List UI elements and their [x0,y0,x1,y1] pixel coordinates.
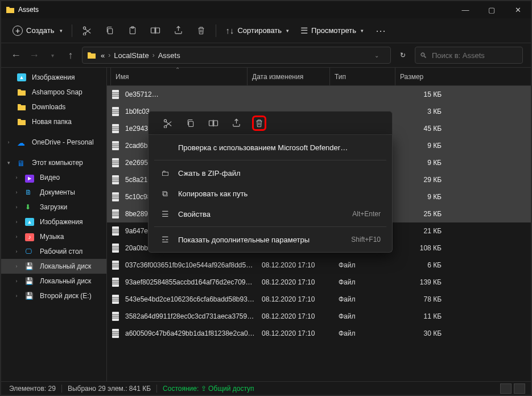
context-menu: Проверка с использованием Microsoft Defe… [148,111,393,253]
more-button[interactable]: ⋯ [369,21,392,40]
file-row[interactable]: 0e35712…15 КБ [107,86,531,103]
properties-icon: ☰ [160,209,170,218]
file-icon [110,328,121,339]
forward-button[interactable]: → [27,47,41,64]
sidebar-item[interactable]: ▾🖥Этот компьютер [1,155,106,170]
svg-rect-10 [209,121,213,126]
sidebar-item[interactable]: Новая папка [1,114,106,129]
back-button[interactable]: ← [9,47,23,64]
maximize-button[interactable]: ▢ [479,1,505,18]
chevron-down-icon: ▾ [286,28,289,34]
status-bar: Элементов: 29 Выбрано 29 элем.: 841 КБ С… [1,381,531,395]
ctx-compress-zip[interactable]: 🗀 Сжать в ZIP-файл [149,163,392,183]
file-row[interactable]: a600509c47b6a429bb1da1f81238e2ca08b…08.1… [107,325,531,342]
ctx-delete-button[interactable] [248,114,270,132]
ctx-cut-button[interactable] [156,114,179,132]
search-icon: 🔍︎ [420,51,427,60]
chevron-down-icon: ▾ [361,28,364,34]
svg-rect-9 [189,121,193,126]
chevron-down-icon[interactable]: ⌄ [374,52,379,59]
sort-label: Сортировать [237,26,282,35]
up-button[interactable]: ↑ [64,47,77,64]
status-item-count: Элементов: 29 [7,385,62,393]
share-button[interactable] [167,21,189,40]
file-row[interactable]: 3582a64d9911f28ec0c3cd731aeca3759e4a…08.… [107,308,531,325]
file-icon [110,106,121,117]
status-selected: Выбрано 29 элем.: 841 КБ [65,385,157,393]
ctx-properties[interactable]: ☰ Свойства Alt+Enter [149,204,392,224]
file-row[interactable]: 93aef802584855accbd164af76d2ec709425…08.… [107,274,531,291]
column-type[interactable]: Тип [329,68,395,85]
sidebar-item[interactable]: Downloads [1,100,106,114]
refresh-button[interactable]: ↻ [395,47,410,64]
svg-point-8 [164,125,166,127]
zip-icon: 🗀 [160,168,170,178]
status-state: Состояние: ⇪ Общий доступ [160,385,254,393]
file-icon [110,89,121,100]
svg-rect-2 [108,28,113,34]
search-box[interactable]: 🔍︎ Поиск в: Assets [415,47,523,64]
tiles-view-button[interactable] [514,383,525,394]
svg-point-0 [83,27,85,29]
folder-icon [6,6,15,14]
file-icon [110,123,121,134]
copy-button[interactable] [98,21,121,40]
address-bar[interactable]: « › LocalState › Assets ⌄ [82,47,391,64]
sidebar-item[interactable]: ▲Изображения [1,70,106,85]
file-icon [110,225,121,237]
details-view-button[interactable] [500,383,512,394]
file-icon [110,174,121,185]
svg-point-7 [164,119,166,122]
cut-button[interactable] [76,21,98,40]
sidebar-item[interactable]: ›⬇Загрузки [1,200,106,214]
sidebar-item[interactable]: ›💾Второй диск (Е:) [1,288,106,303]
ctx-copy-button[interactable] [179,114,202,132]
paste-button[interactable] [121,21,144,40]
sort-indicator-icon: ⌃ [175,67,180,73]
file-icon [110,157,121,168]
context-mini-toolbar [148,111,393,135]
toolbar: + Создать ▾ ↑↓ Сортировать ▾ ☰ Просмотре… [1,18,531,43]
sidebar-item[interactable]: ›▶Видео [1,170,106,185]
file-icon [110,277,121,288]
folder-icon [87,51,96,59]
file-icon [110,311,121,322]
svg-rect-5 [151,28,155,33]
chevron-right-icon: › [108,51,110,59]
sidebar-item[interactable]: ›🖵Рабочий стол [1,244,106,259]
svg-rect-11 [214,121,218,126]
sidebar-item[interactable]: ›☁OneDrive - Personal [1,135,106,150]
ctx-share-button[interactable] [225,114,248,132]
delete-button[interactable] [189,21,212,40]
svg-point-1 [83,33,85,35]
sort-icon: ↑↓ [225,26,234,35]
window-title: Assets [18,6,39,14]
rename-button[interactable] [144,21,167,40]
column-size[interactable]: Размер [395,68,446,85]
file-row[interactable]: 543e5e4bd2ce106236c6cfa6badd58b93c9…08.1… [107,291,531,308]
ctx-show-more[interactable]: ☲ Показать дополнительные параметры Shif… [149,229,392,250]
sidebar-item[interactable]: ›💾Локальный диск [1,274,106,288]
breadcrumb-part[interactable]: Assets [158,51,180,60]
sidebar-item[interactable]: ›🗎Документы [1,185,106,200]
breadcrumb-part[interactable]: LocalState [114,51,149,60]
new-button[interactable]: + Создать ▾ [7,22,68,39]
sidebar-item[interactable]: ›♪Музыка [1,229,106,244]
ctx-copy-path[interactable]: ⧉ Копировать как путь [149,183,392,204]
svg-rect-6 [156,28,160,33]
column-date[interactable]: Дата изменения [247,68,329,85]
ctx-rename-button[interactable] [202,114,225,132]
new-label: Создать [26,26,54,35]
sidebar-item[interactable]: ›▲Изображения [1,214,106,229]
file-icon [110,259,121,271]
sidebar-item[interactable]: ›💾Локальный диск [1,259,106,274]
plus-icon: + [13,26,23,36]
view-button[interactable]: ☰ Просмотреть ▾ [295,22,369,39]
sort-button[interactable]: ↑↓ Сортировать ▾ [220,22,295,39]
sidebar-item[interactable]: Ashampoo Snap [1,85,106,100]
recent-dropdown[interactable]: ▾ [46,47,59,64]
close-button[interactable]: ✕ [505,1,531,18]
ctx-defender-scan[interactable]: Проверка с использованием Microsoft Defe… [149,137,392,158]
minimize-button[interactable]: ― [452,1,479,18]
file-row[interactable]: 037c36f003651fb9c10e544af926af8dd51fa…08… [107,257,531,274]
